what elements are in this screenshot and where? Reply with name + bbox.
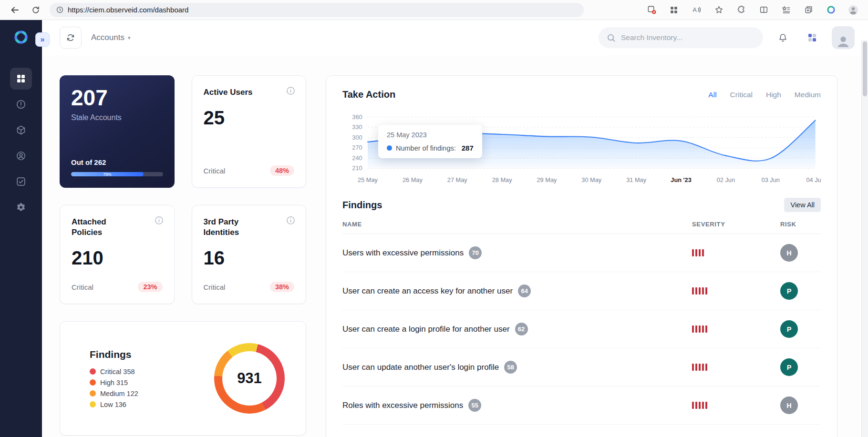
findings-legend: Critical 358High 315Medium 122Low 136 <box>90 368 138 408</box>
finding-row[interactable]: User can create a login profile for anot… <box>342 310 821 348</box>
findings-summary-card[interactable]: Findings Critical 358High 315Medium 122L… <box>60 321 306 436</box>
tooltip-series-dot <box>387 145 392 151</box>
severity-bars <box>692 249 780 256</box>
legend-label: High 315 <box>100 379 128 386</box>
critical-percentage: 48% <box>270 165 294 176</box>
findings-total: 931 <box>237 370 262 387</box>
sidebar <box>0 20 42 437</box>
finding-row[interactable]: Roles with excessive permissions55H <box>342 386 821 425</box>
findings-trend-chart[interactable]: 21024027030033036025 May26 May27 May28 M… <box>342 112 821 184</box>
attached-policies-card[interactable]: Attached Policies 210 Critical 23% <box>60 205 175 304</box>
legend-item-medium: Medium 122 <box>90 390 138 397</box>
favorites-bar-icon[interactable] <box>779 3 793 17</box>
finding-row[interactable]: User can update another user's login pro… <box>342 348 821 386</box>
third-party-identities-title: 3rd Party Identities <box>204 217 263 238</box>
svg-text:240: 240 <box>352 154 362 162</box>
stale-accounts-label: Stale Accounts <box>71 113 163 122</box>
finding-name: Users with excessive permissions <box>342 248 464 258</box>
risk-avatar[interactable]: P <box>780 358 798 376</box>
findings-table-rows: Users with excessive permissions70HUser … <box>342 234 821 425</box>
severity-bars <box>692 402 780 409</box>
info-icon[interactable] <box>155 216 164 227</box>
attached-policies-value: 210 <box>72 247 163 269</box>
critical-label: Critical <box>72 283 93 291</box>
attached-policies-title: Attached Policies <box>72 217 131 238</box>
page-scrollbar[interactable] <box>861 40 868 437</box>
finding-row[interactable]: User can create an access key for anothe… <box>342 272 821 310</box>
severity-filter-tabs: AllCriticalHighMedium <box>708 91 821 99</box>
back-icon[interactable] <box>8 3 22 17</box>
tab-all[interactable]: All <box>708 91 716 99</box>
legend-item-high: High 315 <box>90 379 138 386</box>
refresh-icon[interactable] <box>29 3 43 17</box>
risk-avatar[interactable]: H <box>780 396 798 414</box>
sidebar-item-identities[interactable] <box>10 145 32 167</box>
finding-count-badge: 70 <box>469 246 482 259</box>
info-icon[interactable] <box>286 216 295 227</box>
svg-text:270: 270 <box>352 144 362 151</box>
risk-avatar[interactable]: P <box>780 282 798 300</box>
url-text: https://ciem.observeid.com/dashboard <box>68 6 188 14</box>
svg-text:Jun '23: Jun '23 <box>671 176 691 183</box>
site-permissions-icon[interactable] <box>56 6 63 13</box>
sidebar-item-dashboard[interactable] <box>10 68 32 90</box>
search-inventory[interactable] <box>599 27 763 48</box>
tab-high[interactable]: High <box>766 91 781 99</box>
sidebar-item-settings[interactable] <box>10 196 32 218</box>
sync-button[interactable] <box>60 27 82 49</box>
browser-essentials-icon[interactable] <box>824 3 838 17</box>
scrollbar-thumb[interactable] <box>863 41 867 96</box>
split-screen-icon[interactable] <box>756 3 771 17</box>
finding-row[interactable]: Users with excessive permissions70H <box>342 234 821 272</box>
app-switcher-icon[interactable] <box>802 28 822 48</box>
tab-critical[interactable]: Critical <box>730 91 753 99</box>
legend-label: Low 136 <box>100 401 126 408</box>
extensions-puzzle-icon[interactable] <box>734 3 748 17</box>
svg-text:03 Jun: 03 Jun <box>762 176 780 183</box>
svg-text:02 Jun: 02 Jun <box>717 176 735 183</box>
accounts-dropdown[interactable]: Accounts ▾ <box>91 33 130 42</box>
sidebar-item-inventory[interactable] <box>10 119 32 141</box>
legend-item-low: Low 136 <box>90 401 138 408</box>
tab-medium[interactable]: Medium <box>795 91 821 99</box>
apps-icon[interactable] <box>667 3 681 17</box>
info-icon[interactable] <box>286 86 295 97</box>
take-action-panel: Take Action AllCriticalHighMedium 210240… <box>326 75 837 437</box>
risk-avatar[interactable]: H <box>780 244 798 262</box>
risk-avatar[interactable]: P <box>780 320 798 338</box>
legend-item-critical: Critical 358 <box>90 368 138 376</box>
critical-percentage: 38% <box>270 282 294 292</box>
column-header-severity: SEVERITY <box>692 221 780 228</box>
active-users-card[interactable]: Active Users 25 Critical 48% <box>192 75 307 188</box>
legend-dot <box>90 368 96 375</box>
stale-accounts-value: 207 <box>71 87 163 109</box>
stale-accounts-card[interactable]: 207 Stale Accounts Out of 262 79% <box>60 75 175 188</box>
svg-text:A: A <box>692 7 697 13</box>
extension-error-icon[interactable] <box>644 3 659 17</box>
collections-icon[interactable] <box>801 3 816 17</box>
third-party-identities-card[interactable]: 3rd Party Identities 16 Critical 38% <box>192 205 307 304</box>
sidebar-item-tasks[interactable] <box>10 171 32 193</box>
chevron-down-icon: ▾ <box>128 35 131 41</box>
search-input[interactable] <box>621 33 755 42</box>
notifications-bell-icon[interactable] <box>773 28 793 48</box>
svg-text:30 May: 30 May <box>581 176 601 183</box>
read-aloud-icon[interactable]: A <box>689 3 703 17</box>
user-avatar[interactable] <box>832 26 855 49</box>
view-all-button[interactable]: View All <box>784 198 821 212</box>
sidebar-item-alerts[interactable] <box>10 93 32 115</box>
svg-text:26 May: 26 May <box>403 176 423 183</box>
finding-name: User can create a login profile for anot… <box>342 325 510 334</box>
browser-profile-avatar[interactable] <box>846 3 860 17</box>
svg-text:210: 210 <box>352 164 362 172</box>
stale-accounts-progress-fill: 79% <box>71 172 144 176</box>
address-bar[interactable]: https://ciem.observeid.com/dashboard <box>50 3 584 17</box>
severity-bars <box>692 364 780 371</box>
sidebar-expand-button[interactable]: » <box>35 32 50 47</box>
favorite-star-icon[interactable] <box>712 3 726 17</box>
svg-text:29 May: 29 May <box>537 176 557 183</box>
svg-text:27 May: 27 May <box>447 176 467 183</box>
severity-bars <box>692 287 780 295</box>
critical-percentage: 23% <box>138 282 162 292</box>
app-logo-icon <box>12 29 30 48</box>
